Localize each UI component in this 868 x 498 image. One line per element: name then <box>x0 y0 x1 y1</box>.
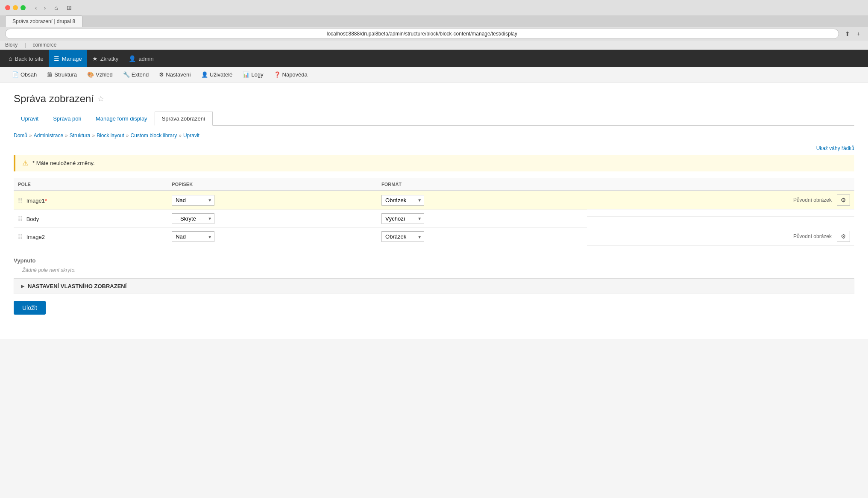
close-button[interactable] <box>5 5 10 10</box>
page-title: Správa zobrazení ☆ <box>14 93 854 105</box>
field-name-cell: ⁞⁞ Body <box>14 209 167 227</box>
nav-struktura[interactable]: 🏛 Struktura <box>42 67 82 83</box>
tab-sprava-zobrazeni[interactable]: Správa zobrazení <box>155 112 213 126</box>
bookmark-commerce[interactable]: commerce <box>32 42 56 48</box>
popisek-select[interactable]: NadPod– Skryté – <box>172 231 214 242</box>
drag-handle[interactable]: ⁞⁞ <box>18 233 22 240</box>
home-button[interactable]: ⌂ <box>52 3 60 12</box>
extend-icon: 🔧 <box>123 71 130 78</box>
nav-obsah[interactable]: 📄 Obsah <box>7 67 42 83</box>
tab-manage-form-display[interactable]: Manage form display <box>88 112 155 126</box>
format-select[interactable]: ObrázekVýchozí <box>381 213 424 224</box>
traffic-lights[interactable] <box>5 5 26 10</box>
format-select[interactable]: ObrázekVýchozí <box>381 231 424 242</box>
format-cell: ObrázekVýchozí ▼ <box>377 191 587 209</box>
breadcrumb-struktura[interactable]: Struktura <box>70 133 91 138</box>
forward-button[interactable]: › <box>41 3 49 12</box>
nav-napoveda[interactable]: ❓ Nápověda <box>269 67 313 83</box>
field-summary: Původní obrázek <box>793 233 832 239</box>
share-button[interactable]: ⬆ <box>842 29 853 38</box>
napoveda-icon: ❓ <box>274 71 281 78</box>
format-cell: ObrázekVýchozí ▼ <box>377 209 587 227</box>
custom-display-settings-header[interactable]: ▶ NASTAVENÍ VLASTNÍHO ZOBRAZENÍ <box>14 279 854 294</box>
nav-nastaveni[interactable]: ⚙ Nastavení <box>154 67 196 83</box>
breadcrumb: Domů » Administrace » Struktura » Block … <box>14 133 854 138</box>
breadcrumb-row: Domů » Administrace » Struktura » Block … <box>14 133 854 155</box>
manage-link[interactable]: ☰ Manage <box>49 50 87 67</box>
popisek-select[interactable]: NadPod– Skryté – <box>172 195 214 206</box>
actions-cell: Původní obrázek⚙ <box>587 191 854 209</box>
popisek-cell: NadPod– Skryté – ▼ <box>167 209 377 227</box>
nav-vzhled[interactable]: 🎨 Vzhled <box>82 67 118 83</box>
back-to-site-label: Back to site <box>15 56 43 62</box>
vzhled-icon: 🎨 <box>87 71 94 78</box>
table-row: ⁞⁞ Image2 NadPod– Skryté – ▼ ObrázekVých… <box>14 227 854 246</box>
user-icon: 👤 <box>129 55 136 62</box>
nav-logy[interactable]: 📊 Logy <box>238 67 268 83</box>
popisek-cell: NadPod– Skryté – ▼ <box>167 227 377 246</box>
tab-sprava-poli[interactable]: Správa polí <box>46 112 88 126</box>
star-icon: ★ <box>92 55 98 62</box>
uzivatele-icon: 👤 <box>201 71 208 78</box>
manage-label: Manage <box>62 56 82 62</box>
nav-extend[interactable]: 🔧 Extend <box>118 67 154 83</box>
warning-icon: ⚠ <box>22 159 28 167</box>
main-content: Správa zobrazení ☆ Upravit Správa polí M… <box>0 83 868 339</box>
secondary-nav: 📄 Obsah 🏛 Struktura 🎨 Vzhled 🔧 Extend ⚙ … <box>0 67 868 83</box>
col-pole: POLE <box>14 178 167 191</box>
field-name: Body <box>26 216 39 222</box>
shortcuts-label: Zkratky <box>100 56 119 62</box>
breadcrumb-custom-block-library[interactable]: Custom block library <box>131 133 177 138</box>
admin-label: admin <box>138 56 153 62</box>
browser-tab[interactable]: Správa zobrazení | drupal 8 <box>5 15 82 27</box>
field-name: Image2 <box>26 234 45 240</box>
breadcrumb-domu[interactable]: Domů <box>14 133 27 138</box>
shortcuts-link[interactable]: ★ Zkratky <box>87 50 124 67</box>
actions-cell: Původní obrázek⚙ <box>587 227 854 246</box>
disabled-section-empty: Žádné pole není skryto. <box>14 265 854 278</box>
format-select[interactable]: ObrázekVýchozí <box>381 195 424 206</box>
menu-icon: ☰ <box>54 55 59 62</box>
gear-button[interactable]: ⚙ <box>837 231 850 242</box>
field-name: Image1* <box>26 197 47 204</box>
back-to-site-link[interactable]: ⌂ Back to site <box>3 50 49 67</box>
favorite-star-icon[interactable]: ☆ <box>97 94 104 103</box>
gear-button[interactable]: ⚙ <box>837 194 850 206</box>
required-indicator: * <box>45 197 47 204</box>
col-format: FORMÁT <box>377 178 587 191</box>
page-tabs: Upravit Správa polí Manage form display … <box>14 112 854 126</box>
bookmark-bloky[interactable]: Bloky <box>5 42 18 48</box>
field-summary: Původní obrázek <box>793 197 832 203</box>
tab-layout-button[interactable]: ⊞ <box>64 3 74 12</box>
field-name-cell: ⁞⁞ Image1* <box>14 191 167 209</box>
address-bar[interactable]: localhost:8888/drupal8beta/admin/structu… <box>5 29 839 39</box>
popisek-cell: NadPod– Skryté – ▼ <box>167 191 377 209</box>
table-row: ⁞⁞ Image1* NadPod– Skryté – ▼ ObrázekVýc… <box>14 191 854 209</box>
obsah-icon: 📄 <box>12 71 19 78</box>
new-tab-button[interactable]: + <box>854 29 863 38</box>
breadcrumb-administrace[interactable]: Administrace <box>34 133 63 138</box>
back-button[interactable]: ‹ <box>32 3 40 12</box>
collapse-arrow-icon: ▶ <box>21 284 24 289</box>
field-name-cell: ⁞⁞ Image2 <box>14 227 167 246</box>
breadcrumb-block-layout[interactable]: Block layout <box>97 133 124 138</box>
tab-upravit[interactable]: Upravit <box>14 112 46 126</box>
col-popisek: POPISEK <box>167 178 377 191</box>
drag-handle[interactable]: ⁞⁞ <box>18 197 22 204</box>
bookmark-separator: | <box>24 42 26 48</box>
minimize-button[interactable] <box>13 5 18 10</box>
show-row-weights-link[interactable]: Ukaž váhy řádků <box>816 145 854 151</box>
custom-display-settings-title: NASTAVENÍ VLASTNÍHO ZOBRAZENÍ <box>28 283 126 289</box>
admin-link[interactable]: 👤 admin <box>123 50 158 67</box>
nav-uzivatele[interactable]: 👤 Uživatelé <box>196 67 238 83</box>
save-button[interactable]: Uložit <box>14 301 46 315</box>
disabled-section-title: Vypnuto <box>14 253 854 265</box>
table-row: ⁞⁞ Body NadPod– Skryté – ▼ ObrázekVýchoz… <box>14 209 854 227</box>
maximize-button[interactable] <box>21 5 26 10</box>
format-cell: ObrázekVýchozí ▼ <box>377 227 587 246</box>
fields-table: POLE POPISEK FORMÁT ⁞⁞ Image1* NadPod– S… <box>14 178 854 246</box>
popisek-select[interactable]: NadPod– Skryté – <box>172 213 214 224</box>
drag-handle[interactable]: ⁞⁞ <box>18 215 22 222</box>
warning-text: * Máte neuložené změny. <box>32 160 95 166</box>
breadcrumb-upravit: Upravit <box>183 133 199 138</box>
